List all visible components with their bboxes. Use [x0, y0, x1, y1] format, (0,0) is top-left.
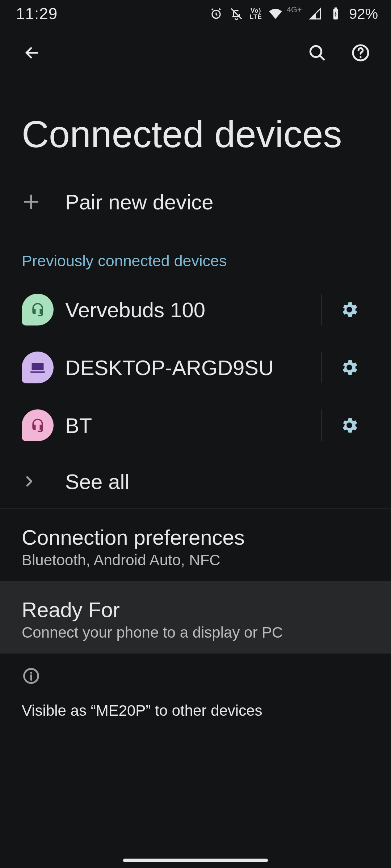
section-label-previous: Previously connected devices — [0, 229, 391, 281]
network-type-label: 4G+ — [287, 5, 302, 14]
divider-vertical — [321, 294, 321, 326]
alarm-icon — [209, 7, 223, 21]
ready-for-title: Ready For — [22, 597, 369, 622]
cell-signal-icon — [308, 7, 322, 21]
divider-vertical — [321, 409, 321, 441]
visibility-info-block: Visible as “ME20P” to other devices — [0, 667, 391, 719]
dnd-off-icon — [230, 7, 243, 21]
ready-for-subtitle: Connect your phone to a display or PC — [22, 624, 369, 641]
gesture-nav-handle[interactable] — [123, 859, 268, 862]
divider-vertical — [321, 352, 321, 383]
status-bar: 11:29 Vo)LTE 4G+ 92% — [0, 0, 391, 26]
battery-percent: 92% — [349, 6, 378, 22]
device-settings-button[interactable] — [329, 416, 369, 435]
device-name: Vervebuds 100 — [65, 298, 321, 322]
ready-for-row[interactable]: Ready For Connect your phone to a displa… — [0, 581, 391, 654]
device-settings-button[interactable] — [329, 300, 369, 319]
see-all-row[interactable]: See all — [0, 454, 391, 509]
device-row[interactable]: BT — [0, 396, 391, 454]
page-title: Connected devices — [0, 69, 391, 175]
back-button[interactable] — [14, 35, 49, 70]
volte-icon: Vo)LTE — [250, 8, 262, 20]
device-name: DESKTOP-ARGD9SU — [65, 356, 321, 380]
svg-point-7 — [30, 672, 32, 674]
see-all-label: See all — [65, 469, 369, 494]
device-settings-button[interactable] — [329, 358, 369, 377]
device-avatar — [22, 352, 54, 383]
device-row[interactable]: Vervebuds 100 — [0, 281, 391, 339]
device-row[interactable]: DESKTOP-ARGD9SU — [0, 339, 391, 396]
status-right: Vo)LTE 4G+ 92% — [209, 6, 378, 22]
visibility-info-text: Visible as “ME20P” to other devices — [22, 702, 369, 719]
svg-rect-2 — [335, 8, 337, 9]
connection-preferences-title: Connection preferences — [22, 525, 369, 549]
help-button[interactable] — [343, 35, 378, 70]
info-icon — [22, 667, 369, 685]
connection-preferences-subtitle: Bluetooth, Android Auto, NFC — [22, 552, 369, 569]
status-time: 11:29 — [16, 5, 58, 23]
wifi-icon — [269, 7, 282, 21]
device-avatar — [22, 294, 54, 326]
plus-icon — [22, 192, 41, 211]
app-bar — [0, 26, 391, 69]
battery-charging-icon — [329, 7, 342, 21]
chevron-right-icon — [22, 474, 36, 489]
pair-label: Pair new device — [65, 190, 369, 214]
device-avatar — [22, 409, 54, 441]
connection-preferences-row[interactable]: Connection preferences Bluetooth, Androi… — [0, 509, 391, 581]
search-button[interactable] — [300, 35, 335, 70]
device-name: BT — [65, 413, 321, 438]
svg-point-5 — [360, 56, 361, 58]
pair-new-device-row[interactable]: Pair new device — [0, 175, 391, 229]
